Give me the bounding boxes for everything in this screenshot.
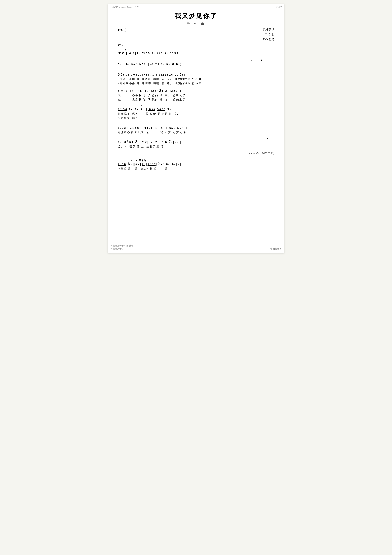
- time-sig: 2 4: [124, 27, 126, 33]
- credit-composer: 宝 文 曲: [263, 32, 275, 37]
- song-title: 我又梦见你了: [118, 12, 274, 20]
- credits-block: 范桂贤 词 宝 文 曲 LYY 记谱: [263, 27, 275, 42]
- notes-row4: 3 0 1 2 |²⁄₃ 3 - | 3 6 5 | 6 3 | 2 2 3 2…: [118, 88, 274, 94]
- key-display: 1=C 2 4: [118, 28, 126, 31]
- lyrics-row5-1: 你 听 见 了 吗？ 我 又 梦 见 梦 见 你 啦，: [118, 112, 274, 116]
- header-info: 1=C 2 4 范桂贤 词 宝 文 曲 LYY 记谱: [118, 27, 274, 42]
- divider-3: [118, 157, 274, 157]
- music-row-8: 1. 2. ⊕ 结束句 7.3 5 6 | 6̂ - :‖ 6 - ‖ 7.3 …: [118, 159, 274, 170]
- divider-1: [118, 70, 274, 70]
- time-sig-den: 4: [124, 30, 126, 33]
- lyrics-row5-2: 你 知 道 了 吗？: [118, 117, 274, 120]
- notes-row8: 7.3 5 6 | 6̂ - :‖ 6 - ‖ 7.3 | 5 6 6 7 | …: [118, 162, 274, 167]
- tempo-display: ♩=70: [118, 43, 274, 46]
- notes-row3: 6̣ 6̣ 6 1 6 | 3 0 3 2 1 | 7 3 0 7 1 | 6 …: [118, 72, 274, 77]
- lyrics-row4-2: 挂。 思 念 啊 随 风 飘 向 远 方， 你 知 道 了: [118, 98, 274, 102]
- lyrics-row3-1: 1.窗 外 的 小 雨 喃 喃 嗒 嗒 喃 喃 嗒 嗒， 孤 独 的 我 啊 坐…: [118, 77, 274, 81]
- lyrics-row3-2: 2.窗 外 的 小 雨 喃 喃 嗒 嗒 喃 喃 嗒 嗒， 此 刻 的 我 啊 把…: [118, 82, 274, 85]
- annotation: (momoliu 于2019.09.23): [118, 152, 274, 155]
- notes-row6: 2 2 2 2 1 | 2 3 5̂ 6 | 3 0 1 2 |²⁄₃ 3 - …: [118, 125, 274, 131]
- music-row-6: 2 2 2 2 1 | 2 3 5̂ 6 | 3 0 1 2 |²⁄₃ 3 - …: [118, 125, 274, 134]
- credit-transcriber: LYY 记谱: [263, 37, 275, 42]
- song-artist: 于 文 华: [118, 22, 274, 26]
- time-sig-num: 2: [124, 27, 126, 30]
- notes-row2: ȧ - | 3 6 i | 6 5 2 | 5 2 3 5 | 5.3 | 7 …: [118, 61, 274, 67]
- lyrics-row4-1: 下。 心 中 啊 呼 唤 你 的 名 字， 你 听 见 了: [118, 94, 274, 97]
- watermark-bottom-right: 中国曲谱网: [271, 247, 281, 250]
- notes-row7: 3 - | 3.6̂ 6 3 | 2̂ 3 1 ½ 2 | 0 2 1 2 | …: [118, 139, 274, 145]
- music-row-2: 6 7 | i ȧ ȧ - | 3 6 i | 6 5 2 | 5 2 3 5 …: [118, 59, 274, 67]
- credit-lyricist: 范桂贤 词: [263, 27, 275, 32]
- lyrics-row8-1: 挂 着 泪 花。 花。 D.S.挂 着 泪 花。: [118, 167, 274, 170]
- watermark-top-left: 千曲谱网 www.tcv8.com 分享网: [110, 6, 139, 8]
- page: 千曲谱网 www.tcv8.com 分享网 词曲网 我又梦见你了 于 文 华 1…: [108, 4, 284, 253]
- lyrics-row6-1: 喜 悦 的 心 情 难 以 表 达。 我 又 梦 见 梦 见 你: [118, 131, 274, 134]
- watermark-top: 千曲谱网 www.tcv8.com 分享网 词曲网: [108, 6, 284, 8]
- lyrics-row7-1: 啦， 幸 福 的 脸 上 挂 着 那 泪 花，: [118, 145, 274, 148]
- key-time-display: 1=C 2 4: [118, 27, 126, 33]
- watermark-bottom-left: 本曲谱上传于 中国 曲谱网本曲谱属于目: [111, 244, 136, 250]
- music-row-5: 𝄋 5.ᵛ3 5 6 | 6 - | 6 - | 6 3 | i 6 5 6 |…: [118, 105, 274, 120]
- music-row-4: 3 0 1 2 |²⁄₃ 3 - | 3 6 5 | 6 3 | 2 2 3 2…: [118, 88, 274, 102]
- music-row-1: 3 (1235 ‖: 6 i 6 | ȧ - | 7.i 7 5 | 3 - |…: [118, 49, 274, 56]
- watermark-top-right: 词曲网: [276, 6, 282, 8]
- notes-row5: 5.ᵛ3 5 6 | 6 - | 6 - | 6 3 | i 6 5 6 | 5…: [118, 107, 274, 112]
- music-row-7: ⊕ 3 - | 3.6̂ 6 3 | 2̂ 3 1 ½ 2 | 0 2 1 2 …: [118, 137, 274, 148]
- music-row-3: 6̣ 6̣ 6 1 6 | 3 0 3 2 1 | 7 3 0 7 1 | 6 …: [118, 72, 274, 85]
- notes-row1: (1235 ‖: 6 i 6 | ȧ - | 7.i 7 5 | 3 - | 6…: [118, 51, 274, 56]
